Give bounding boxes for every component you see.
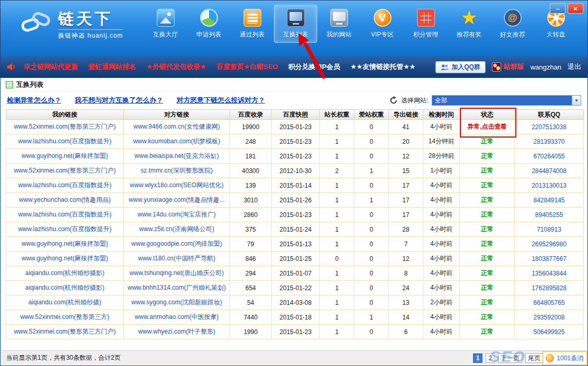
contact-qq-cell[interactable]: 2844874008: [515, 164, 584, 178]
qq-message-popup[interactable]: 1001条消: [543, 351, 587, 365]
my-link-cell[interactable]: aiqiandu.com(杭州婚纱摄影): [6, 281, 124, 295]
status-cell[interactable]: 正常: [460, 295, 515, 310]
status-cell[interactable]: 正常: [460, 237, 515, 251]
contact-qq-cell[interactable]: 670264055: [515, 149, 584, 164]
partner-link-cell[interactable]: sz.tmmr.cn(深圳整形医院): [124, 164, 230, 178]
toolbar-item-9[interactable]: @好文推荐: [491, 5, 534, 43]
my-link-cell[interactable]: www.guyihong.net(麻辣拌加盟): [6, 149, 124, 164]
my-link-cell[interactable]: www.52xinmei.com(整形第三方门户): [6, 325, 124, 339]
status-cell[interactable]: 正常: [460, 164, 515, 178]
contact-qq-cell[interactable]: 506499925: [515, 325, 584, 339]
status-cell[interactable]: 正常: [460, 310, 515, 325]
edition-badge[interactable]: 站群版: [492, 62, 524, 72]
partner-link-cell[interactable]: www.14du.com(淘宝店推广): [124, 208, 230, 222]
partner-link-cell[interactable]: www.t180.cn(中国特产导航): [124, 251, 230, 266]
my-link-cell[interactable]: www.52xinmei.com(整形第三方): [6, 310, 124, 325]
toolbar-item-3[interactable]: 通过列表: [230, 5, 274, 43]
partner-link-cell[interactable]: www.9466.com.cn(女性健康网): [124, 120, 230, 134]
my-link-cell[interactable]: www.guyihong.net(麻辣拌加盟): [6, 237, 124, 251]
last-page-button[interactable]: 尾页: [525, 353, 543, 363]
partner-link-cell[interactable]: www.z5it.cn(济南网络公司): [124, 222, 230, 237]
close-button[interactable]: ×: [568, 3, 583, 14]
refresh-icon[interactable]: [389, 96, 398, 105]
toolbar-item-label: 积分管理: [413, 30, 439, 39]
my-link-cell[interactable]: www.lazhishu.com(百度指数提升): [6, 134, 124, 149]
toolbar-item-8[interactable]: ★推荐有奖: [447, 5, 491, 43]
partner-link-cell[interactable]: www.googoodpie.com(鸿排加盟): [124, 237, 230, 251]
aizhan-weight-cell: 0: [354, 237, 389, 251]
help-link-1[interactable]: 检测异常怎么办？: [7, 96, 61, 105]
vip-icon: V: [374, 9, 391, 27]
partner-link-cell[interactable]: www.yunxiaoge.com(情趣品情趣...: [124, 193, 230, 208]
status-cell[interactable]: 正常: [460, 251, 515, 266]
partner-link-cell[interactable]: www.bnhh1314.com(广州婚礼策划): [124, 281, 230, 295]
status-cell[interactable]: 异常,点击查看: [460, 120, 515, 134]
toolbar-item-1[interactable]: 互换大厅: [144, 5, 187, 43]
status-cell[interactable]: 正常: [460, 208, 515, 222]
chevron-down-icon[interactable]: ▼: [572, 96, 581, 105]
status-cell[interactable]: 正常: [460, 178, 515, 193]
status-cell[interactable]: 正常: [460, 134, 515, 149]
my-link-cell[interactable]: www.52xinmei.com(整形第三方门户): [6, 164, 124, 178]
page-2-button[interactable]: 2: [486, 353, 495, 363]
logout-link[interactable]: 退出: [568, 62, 581, 72]
my-link-cell[interactable]: www.lazhishu.com(百度指数提升): [6, 208, 124, 222]
status-cell[interactable]: 正常: [460, 222, 515, 237]
status-cell[interactable]: 正常: [460, 281, 515, 295]
contact-qq-cell[interactable]: 1356043844: [515, 266, 584, 281]
aizhan-weight-cell: 0: [354, 222, 389, 237]
partner-link-cell[interactable]: www.koumoban.com(织梦模板): [124, 134, 230, 149]
toolbar-item-6[interactable]: VVIP专区: [361, 5, 404, 43]
page-1-button[interactable]: 1: [473, 353, 482, 363]
my-link-cell[interactable]: www.lazhishu.com(百度指数提升): [6, 178, 124, 193]
contact-qq-cell[interactable]: 842849145: [515, 193, 584, 208]
contact-qq-cell[interactable]: 664805765: [515, 295, 584, 310]
status-cell[interactable]: 正常: [460, 325, 515, 339]
partner-link-cell[interactable]: www.wlyx18o.com(SEO网站优化): [124, 178, 230, 193]
toolbar-item-4[interactable]: 互换列表: [274, 5, 317, 43]
join-qq-group-button[interactable]: 加入QQ群: [435, 61, 486, 73]
my-link-cell[interactable]: www.yechunchao.com(情趣用品): [6, 193, 124, 208]
contact-qq-cell[interactable]: 1762895828: [515, 281, 584, 295]
my-link-cell[interactable]: aiqiandu.com(杭州婚纱摄): [6, 295, 124, 310]
help-link-3[interactable]: 对方恶意下链怎么投诉对方？: [177, 96, 265, 105]
status-cell[interactable]: 正常: [460, 266, 515, 281]
partner-link-cell[interactable]: www.whyezi.com(叶子整形): [124, 325, 230, 339]
partner-link-cell[interactable]: www.tshunqing.net(唐山婚庆公司): [124, 266, 230, 281]
promo-link-2[interactable]: 壹虹通网站排名: [88, 62, 136, 72]
toolbar-item-2[interactable]: 申请列表: [187, 5, 230, 43]
promo-link-3[interactable]: ★外链代发包收录★: [146, 62, 206, 72]
contact-qq-cell[interactable]: 293592008: [515, 310, 584, 325]
promo-link-4[interactable]: 百度首页★白帽SEO: [216, 62, 278, 72]
promo-link-5[interactable]: 积分兑换VIP会员: [288, 62, 340, 72]
app-subtitle: 换链神器 huanlj.com: [58, 29, 123, 40]
promo-link-1[interactable]: 幸之链网站代更新: [24, 62, 78, 72]
my-link-cell[interactable]: aiqiandu.com(杭州婚纱摄影): [6, 266, 124, 281]
my-link-cell[interactable]: www.guyihong.net(麻辣拌加盟): [6, 251, 124, 266]
check-time-cell: 4小时前: [423, 237, 460, 251]
toolbar-item-5[interactable]: 我的网站: [317, 5, 361, 43]
promo-link-6[interactable]: ★★友情链接托管★★: [350, 62, 416, 72]
toolbar-item-7[interactable]: 积分管理: [404, 5, 447, 43]
contact-qq-cell[interactable]: 281393370: [515, 134, 584, 149]
aizhan-weight-cell: 0: [354, 208, 389, 222]
contact-qq-cell[interactable]: 7108913: [515, 222, 584, 237]
my-link-cell[interactable]: www.52xinmei.com(整形第三方门户): [6, 120, 124, 134]
contact-qq-cell[interactable]: 89405255: [515, 208, 584, 222]
baidu-snapshot-cell: 2015-01-18: [272, 310, 320, 325]
help-link-2[interactable]: 我不想与对方互换了怎么办？: [75, 96, 163, 105]
next-page-button[interactable]: 下一页: [498, 353, 522, 363]
aizhan-weight-cell: 0: [354, 251, 389, 266]
partner-link-cell[interactable]: www.anmohao.com(中医按摩): [124, 310, 230, 325]
status-cell[interactable]: 正常: [460, 193, 515, 208]
minimize-button[interactable]: –: [550, 3, 566, 14]
site-filter-select[interactable]: 全部 ▼: [432, 95, 581, 106]
status-cell[interactable]: 正常: [460, 149, 515, 164]
contact-qq-cell[interactable]: 2207513038: [515, 120, 584, 134]
partner-link-cell[interactable]: www.beiaispa.net(亚克力浴缸): [124, 149, 230, 164]
partner-link-cell[interactable]: www.sygong.com(沈阳新娘跟妆): [124, 295, 230, 310]
contact-qq-cell[interactable]: 2013130013: [515, 178, 584, 193]
contact-qq-cell[interactable]: 1803877667: [515, 251, 584, 266]
my-link-cell[interactable]: www.lazhishu.com(百度指数提升): [6, 222, 124, 237]
contact-qq-cell[interactable]: 2695296980: [515, 237, 584, 251]
